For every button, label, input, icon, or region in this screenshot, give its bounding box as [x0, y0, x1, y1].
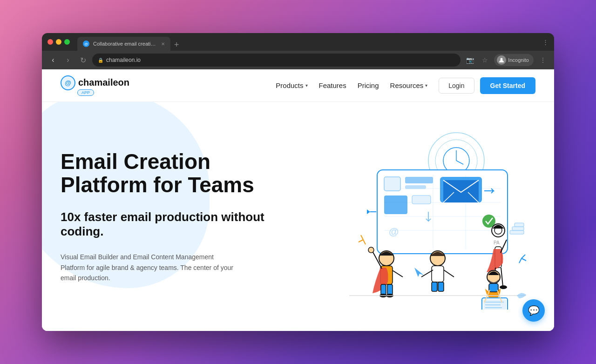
forward-button[interactable]: › — [62, 54, 74, 66]
site-navbar: @ chamaileon APP Products ▾ Features Pri… — [42, 69, 554, 102]
cast-icon[interactable]: 📷 — [464, 54, 475, 66]
svg-rect-37 — [432, 266, 444, 282]
svg-point-35 — [500, 285, 507, 289]
reload-button[interactable]: ↻ — [77, 54, 88, 66]
svg-rect-18 — [405, 177, 433, 183]
svg-line-65 — [522, 255, 525, 258]
hero-content: Email Creation Platform for Teams 10x fa… — [61, 150, 265, 283]
url-text: chamaileon.io — [106, 57, 455, 63]
chat-button[interactable]: 💬 — [522, 299, 545, 322]
svg-rect-47 — [381, 284, 386, 295]
incognito-avatar — [497, 55, 506, 65]
address-bar[interactable]: 🔒 chamaileon.io — [92, 54, 461, 67]
svg-rect-25 — [510, 230, 524, 234]
traffic-lights — [47, 39, 70, 45]
nav-pricing[interactable]: Pricing — [358, 81, 379, 89]
svg-line-63 — [359, 240, 363, 242]
hero-description: Visual Email Builder and Email Content M… — [61, 252, 237, 283]
svg-text:@: @ — [389, 226, 399, 237]
maximize-button[interactable] — [64, 39, 70, 45]
app-badge: APP — [77, 89, 94, 96]
bookmark-icon[interactable]: ☆ — [479, 54, 490, 66]
svg-marker-69 — [414, 268, 424, 277]
browser-tab[interactable]: @ Collaborative email creation pl ✕ — [77, 37, 170, 51]
browser-menu-dots[interactable]: ⋮ — [537, 54, 549, 66]
browser-titlebar: @ Collaborative email creation pl ✕ + ⋮ — [42, 33, 554, 51]
logo-symbol: @ — [65, 79, 71, 87]
svg-rect-27 — [515, 223, 524, 227]
hero-left: Email Creation Platform for Teams 10x fa… — [61, 150, 265, 283]
svg-line-62 — [361, 235, 363, 240]
products-chevron-icon: ▾ — [305, 83, 308, 88]
nav-actions: Login Get Started — [439, 77, 535, 94]
svg-line-64 — [363, 240, 366, 244]
hero-subtitle: 10x faster email production without codi… — [61, 210, 265, 239]
features-label: Features — [319, 81, 346, 89]
logo-text[interactable]: chamaileon — [78, 77, 129, 88]
incognito-text: Incognito — [508, 57, 529, 63]
svg-line-66 — [522, 258, 526, 261]
incognito-badge[interactable]: Incognito — [494, 54, 534, 66]
tab-title: Collaborative email creation pl — [93, 41, 157, 47]
tab-close-button[interactable]: ✕ — [161, 41, 165, 47]
website-content: @ chamaileon APP Products ▾ Features Pri… — [42, 69, 554, 331]
svg-point-45 — [368, 247, 374, 253]
svg-line-39 — [444, 270, 454, 277]
svg-rect-52 — [489, 283, 498, 292]
minimize-button[interactable] — [56, 39, 61, 45]
svg-rect-20 — [384, 195, 407, 214]
svg-line-33 — [501, 268, 503, 286]
nav-products[interactable]: Products ▾ — [276, 81, 307, 89]
products-label: Products — [276, 81, 303, 89]
lock-icon: 🔒 — [98, 58, 103, 63]
svg-rect-19 — [405, 185, 426, 189]
svg-line-67 — [519, 258, 522, 263]
hero-title: Email Creation Platform for Teams — [61, 150, 265, 197]
close-button[interactable] — [47, 39, 53, 45]
nav-links: Products ▾ Features Pricing Resources ▾ — [276, 81, 427, 89]
back-button[interactable]: ‹ — [47, 54, 59, 66]
svg-rect-17 — [384, 177, 400, 191]
resources-label: Resources — [390, 81, 424, 89]
browser-nav-right: 📷 ☆ Incognito ⋮ — [464, 54, 549, 66]
logo-area: @ chamaileon APP — [61, 75, 129, 96]
svg-marker-24 — [367, 209, 370, 214]
login-button[interactable]: Login — [439, 78, 474, 94]
pricing-label: Pricing — [358, 81, 379, 89]
svg-text:PA: PA — [494, 240, 500, 245]
resources-chevron-icon: ▾ — [425, 83, 427, 88]
browser-menu-icon[interactable]: ⋮ — [542, 39, 549, 46]
svg-rect-48 — [387, 284, 393, 295]
svg-point-0 — [501, 58, 503, 61]
hero-section: Email Creation Platform for Teams 10x fa… — [42, 102, 554, 331]
browser-navbar: ‹ › ↻ 🔒 chamaileon.io 📷 ☆ Incognito ⋮ — [42, 51, 554, 69]
svg-rect-41 — [438, 282, 444, 291]
tab-favicon: @ — [83, 40, 89, 47]
chat-icon: 💬 — [528, 305, 540, 316]
get-started-button[interactable]: Get Started — [480, 77, 535, 94]
browser-window: @ Collaborative email creation pl ✕ + ⋮ … — [42, 33, 554, 331]
nav-features[interactable]: Features — [319, 81, 346, 89]
new-tab-button[interactable]: + — [170, 40, 183, 50]
svg-rect-21 — [412, 195, 431, 204]
logo-icon: @ — [61, 75, 75, 90]
svg-rect-26 — [512, 227, 524, 230]
nav-resources[interactable]: Resources ▾ — [390, 81, 428, 89]
logo-main: @ chamaileon — [61, 75, 129, 90]
hero-illustration: @ — [265, 102, 535, 331]
svg-line-46 — [393, 270, 403, 277]
svg-rect-40 — [432, 282, 437, 291]
